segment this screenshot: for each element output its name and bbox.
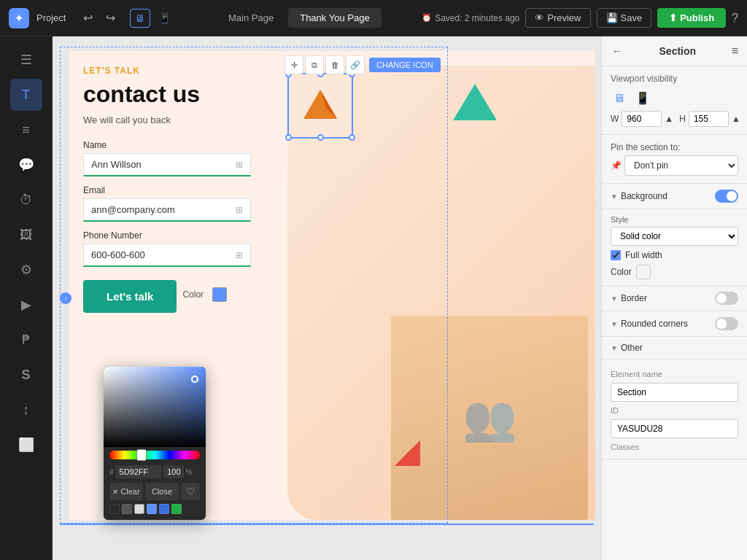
help-button[interactable]: ?	[732, 12, 738, 25]
right-panel: ← Section ≡ Viewport visibility 🖥 📱 W ▲ …	[601, 36, 747, 560]
element-id-input[interactable]	[611, 419, 738, 438]
lets-talk-button[interactable]: Let's talk	[83, 280, 177, 313]
sidebar-item-timer[interactable]: ⏱	[10, 184, 42, 216]
swatch-blue-light[interactable]	[147, 504, 157, 514]
delete-icon-button[interactable]: 🗑	[325, 55, 344, 74]
bg-color-swatch[interactable]	[636, 265, 651, 279]
sidebar-item-payment[interactable]: ₱	[10, 324, 42, 356]
teal-shape	[449, 80, 500, 131]
change-icon-button[interactable]: CHANGE ICON	[369, 58, 441, 72]
color-indicator[interactable]	[212, 287, 227, 302]
swatch-white[interactable]	[134, 504, 144, 514]
sidebar-item-video[interactable]: ▶	[10, 289, 42, 321]
mobile-viewport-button[interactable]: 📱	[632, 90, 653, 106]
desktop-view-button[interactable]: 🖥	[130, 9, 150, 28]
phone-input[interactable]: 600-600-600 ⊞	[83, 244, 251, 267]
sidebar-item-store[interactable]: S	[10, 359, 42, 391]
svg-marker-0	[453, 84, 497, 120]
thank-you-page-tab[interactable]: Thank You Page	[288, 8, 381, 28]
canvas-area[interactable]: ↕	[53, 36, 601, 560]
view-buttons: 🖥 📱	[130, 9, 176, 28]
form-section: LET'S TALK contact us We will call you b…	[83, 66, 273, 313]
sidebar-item-anchor[interactable]: ↕	[10, 394, 42, 426]
sidebar-item-text[interactable]: T	[10, 79, 42, 111]
color-gradient[interactable]	[104, 367, 206, 447]
element-name-input[interactable]	[611, 383, 738, 402]
rounded-corners-label: ▼ Rounded corners	[611, 319, 688, 329]
phone-label: Phone Number	[83, 230, 273, 241]
email-label: Email	[83, 185, 273, 195]
clear-color-button[interactable]: ✕ Clear	[109, 483, 143, 500]
other-section-toggle: ▼ Other	[602, 337, 747, 359]
full-width-label: Full width	[625, 250, 662, 260]
hex-hash: #	[109, 468, 114, 476]
swatch-dark-gray[interactable]	[122, 504, 132, 514]
sidebar-item-section[interactable]: ≡	[10, 114, 42, 146]
height-field: H ▲	[679, 111, 740, 127]
opacity-input[interactable]	[163, 465, 184, 478]
preview-button[interactable]: 👁 Preview	[525, 8, 590, 28]
border-section-toggle: ▼ Border	[602, 286, 747, 311]
element-name-label: Element name	[611, 370, 738, 378]
pin-select[interactable]: Don't pin Top Bottom	[624, 155, 738, 176]
publish-button[interactable]: ⬆ Publish	[657, 8, 726, 28]
drag-handle[interactable]: ↕	[60, 292, 71, 304]
background-toggle[interactable]	[715, 190, 738, 203]
width-input[interactable]	[622, 111, 662, 127]
id-label: ID	[611, 406, 738, 415]
sidebar-item-frame[interactable]: ⬜	[10, 429, 42, 461]
sidebar-item-image[interactable]: 🖼	[10, 219, 42, 251]
close-color-picker-button[interactable]: Close	[145, 483, 179, 500]
height-input[interactable]	[689, 111, 729, 127]
panel-title: Section	[624, 45, 732, 57]
svg-marker-2	[303, 90, 337, 119]
favorite-color-button[interactable]: ♡	[181, 483, 200, 500]
contact-subtext: We will call you back	[83, 114, 273, 125]
panel-menu-button[interactable]: ≡	[732, 44, 738, 58]
hex-input[interactable]	[116, 465, 161, 478]
email-input[interactable]: ann@company.com ⊞	[83, 198, 251, 222]
color-row: Color	[611, 265, 738, 279]
move-icon-button[interactable]: ✛	[285, 55, 303, 74]
hue-slider[interactable]	[109, 451, 200, 459]
hue-cursor[interactable]	[136, 449, 147, 461]
style-select[interactable]: Solid color Gradient Image Video	[611, 227, 738, 246]
undo-button[interactable]: ↩	[79, 8, 97, 28]
bg-color-label: Color	[611, 267, 632, 277]
full-width-checkbox[interactable]	[611, 250, 621, 260]
icon-toolbar: ✛ ⧉ 🗑 🔗 CHANGE ICON	[285, 55, 441, 74]
desktop-viewport-button[interactable]: 🖥	[611, 90, 628, 106]
icon-element[interactable]	[287, 73, 353, 139]
border-toggle[interactable]	[715, 292, 738, 305]
mobile-view-button[interactable]: 📱	[153, 9, 176, 28]
name-input[interactable]: Ann Willson ⊞	[83, 153, 251, 176]
sidebar-item-app[interactable]: ⚙	[10, 254, 42, 286]
swatch-green[interactable]	[171, 504, 182, 514]
contact-heading: contact us	[83, 82, 273, 107]
main-page-tab[interactable]: Main Page	[217, 8, 285, 28]
topbar-right: Saved: 2 minutes ago 👁 Preview 💾 Save ⬆ …	[422, 8, 738, 28]
swatch-blue-dark[interactable]	[159, 504, 169, 514]
border-toggle-label: ▼ Border	[611, 293, 647, 303]
pin-section: Pin the section to: 📌 Don't pin Top Bott…	[602, 135, 747, 184]
rounded-corners-toggle[interactable]	[715, 317, 738, 330]
wh-row: W ▲ H ▲	[611, 111, 738, 127]
background-toggle-label: ▼ Background	[611, 191, 667, 201]
sidebar-item-comment[interactable]: 💬	[10, 149, 42, 181]
horizontal-drag-line[interactable]	[60, 524, 594, 525]
rounded-corners-section-toggle: ▼ Rounded corners	[602, 311, 747, 337]
gradient-cursor[interactable]	[191, 376, 198, 383]
duplicate-icon-button[interactable]: ⧉	[305, 55, 324, 74]
color-picker-actions: ✕ Clear Close ♡	[104, 481, 206, 502]
panel-back-button[interactable]: ←	[611, 44, 624, 58]
redo-button[interactable]: ↪	[101, 8, 120, 28]
sidebar-item-grid[interactable]: ☰	[10, 44, 42, 76]
width-field: W ▲	[611, 111, 673, 127]
other-toggle-label: ▼ Other	[611, 343, 643, 353]
swatch-black[interactable]	[109, 504, 120, 514]
save-button[interactable]: 💾 Save	[597, 8, 652, 28]
link-icon-button[interactable]: 🔗	[346, 55, 365, 74]
viewport-buttons: 🖥 📱	[611, 90, 738, 106]
logo[interactable]: ✦	[9, 8, 29, 28]
classes-label: Classes	[611, 443, 738, 451]
